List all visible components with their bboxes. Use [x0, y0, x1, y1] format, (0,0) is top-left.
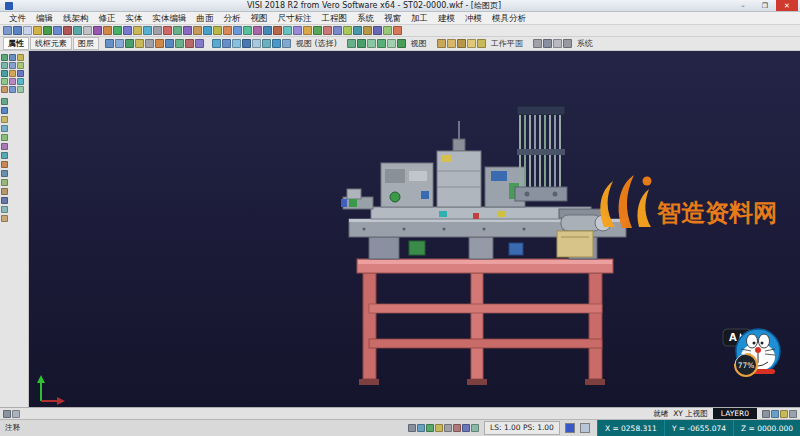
- toolbar-icon[interactable]: [1, 125, 8, 132]
- toolbar-icon[interactable]: [185, 39, 194, 48]
- toolbar-icon[interactable]: [9, 70, 16, 77]
- menu-item[interactable]: 编辑: [31, 12, 58, 24]
- toolbar-icon[interactable]: [232, 39, 241, 48]
- menu-item[interactable]: 加工: [406, 12, 433, 24]
- zoom-badge[interactable]: 77%: [735, 354, 757, 376]
- toolbar-icon[interactable]: [1, 78, 8, 85]
- toolbar-icon[interactable]: [175, 39, 184, 48]
- toolbar-icon[interactable]: [397, 39, 406, 48]
- toolbar-icon[interactable]: [1, 215, 8, 222]
- toolbar-icon[interactable]: [17, 54, 24, 61]
- fill-color-swatch[interactable]: [580, 423, 590, 433]
- toolbar-icon[interactable]: [193, 26, 202, 35]
- toolbar-icon[interactable]: [123, 26, 132, 35]
- toolbar-icon[interactable]: [17, 70, 24, 77]
- toolbar-icon[interactable]: [17, 86, 24, 93]
- toolbar-icon[interactable]: [195, 39, 204, 48]
- toolbar-icon[interactable]: [780, 410, 788, 418]
- panel-tab[interactable]: 图层: [73, 37, 99, 50]
- menu-item[interactable]: 视图: [246, 12, 273, 24]
- toolbar-icon[interactable]: [3, 26, 12, 35]
- toolbar-icon[interactable]: [212, 39, 221, 48]
- toolbar-icon[interactable]: [293, 26, 302, 35]
- toolbar-icon[interactable]: [467, 39, 476, 48]
- toolbar-icon[interactable]: [426, 424, 434, 432]
- toolbar-icon[interactable]: [9, 54, 16, 61]
- toolbar-icon[interactable]: [563, 39, 572, 48]
- toolbar-icon[interactable]: [533, 39, 542, 48]
- scale-field[interactable]: LS: 1.00 PS: 1.00: [484, 421, 560, 435]
- toolbar-icon[interactable]: [1, 179, 8, 186]
- toolbar-icon[interactable]: [93, 26, 102, 35]
- toolbar-icon[interactable]: [367, 39, 376, 48]
- toolbar-icon[interactable]: [453, 424, 461, 432]
- toolbar-icon[interactable]: [13, 26, 22, 35]
- toolbar-icon[interactable]: [383, 26, 392, 35]
- toolbar-icon[interactable]: [1, 116, 8, 123]
- viewport[interactable]: 智造资料网 A: [29, 51, 800, 407]
- toolbar-icon[interactable]: [313, 26, 322, 35]
- toolbar-icon[interactable]: [1, 98, 8, 105]
- toolbar-icon[interactable]: [53, 26, 62, 35]
- toolbar-icon[interactable]: [23, 26, 32, 35]
- toolbar-icon[interactable]: [263, 26, 272, 35]
- toolbar-icon[interactable]: [435, 424, 443, 432]
- menu-item[interactable]: 文件: [4, 12, 31, 24]
- toolbar-icon[interactable]: [1, 70, 8, 77]
- toolbar-icon[interactable]: [1, 161, 8, 168]
- maximize-button[interactable]: ❐: [754, 0, 776, 11]
- toolbar-icon[interactable]: [408, 424, 416, 432]
- line-color-swatch[interactable]: [565, 423, 575, 433]
- toolbar-icon[interactable]: [183, 26, 192, 35]
- panel-tab[interactable]: 属性: [3, 37, 29, 50]
- toolbar-icon[interactable]: [1, 197, 8, 204]
- toolbar-icon[interactable]: [17, 78, 24, 85]
- toolbar-icon[interactable]: [1, 62, 8, 69]
- toolbar-icon[interactable]: [155, 39, 164, 48]
- toolbar-icon[interactable]: [357, 39, 366, 48]
- toolbar-icon[interactable]: [373, 26, 382, 35]
- toolbar-icon[interactable]: [477, 39, 486, 48]
- toolbar-icon[interactable]: [283, 26, 292, 35]
- toolbar-icon[interactable]: [471, 424, 479, 432]
- toolbar-icon[interactable]: [222, 39, 231, 48]
- toolbar-icon[interactable]: [33, 26, 42, 35]
- toolbar-icon[interactable]: [63, 26, 72, 35]
- toolbar-icon[interactable]: [447, 39, 456, 48]
- toolbar-icon[interactable]: [353, 26, 362, 35]
- toolbar-icon[interactable]: [73, 26, 82, 35]
- toolbar-icon[interactable]: [163, 26, 172, 35]
- toolbar-icon[interactable]: [252, 39, 261, 48]
- viewport-canvas[interactable]: 智造资料网 A: [29, 51, 800, 409]
- toolbar-icon[interactable]: [417, 424, 425, 432]
- toolbar-icon[interactable]: [282, 39, 291, 48]
- toolbar-icon[interactable]: [43, 26, 52, 35]
- toolbar-icon[interactable]: [273, 26, 282, 35]
- toolbar-icon[interactable]: [103, 26, 112, 35]
- toolbar-icon[interactable]: [437, 39, 446, 48]
- toolbar-icon[interactable]: [1, 188, 8, 195]
- menu-item[interactable]: 视窗: [379, 12, 406, 24]
- toolbar-icon[interactable]: [9, 62, 16, 69]
- toolbar-icon[interactable]: [553, 39, 562, 48]
- toolbar-icon[interactable]: [1, 54, 8, 61]
- toolbar-icon[interactable]: [105, 39, 114, 48]
- toolbar-icon[interactable]: [762, 410, 770, 418]
- toolbar-icon[interactable]: [272, 39, 281, 48]
- toolbar-icon[interactable]: [9, 78, 16, 85]
- toolbar-icon[interactable]: [262, 39, 271, 48]
- machine-model[interactable]: [341, 106, 626, 385]
- menu-item[interactable]: 工程图: [317, 12, 353, 24]
- toolbar-icon[interactable]: [113, 26, 122, 35]
- toolbar-icon[interactable]: [333, 26, 342, 35]
- toolbar-icon[interactable]: [543, 39, 552, 48]
- toolbar-icon[interactable]: [1, 152, 8, 159]
- toolbar-icon[interactable]: [223, 26, 232, 35]
- toolbar-icon[interactable]: [203, 26, 212, 35]
- toolbar-icon[interactable]: [173, 26, 182, 35]
- toolbar-icon[interactable]: [771, 410, 779, 418]
- toolbar-icon[interactable]: [457, 39, 466, 48]
- toolbar-icon[interactable]: [153, 26, 162, 35]
- menu-item[interactable]: 实体: [121, 12, 148, 24]
- menu-item[interactable]: 实体编辑: [148, 12, 192, 24]
